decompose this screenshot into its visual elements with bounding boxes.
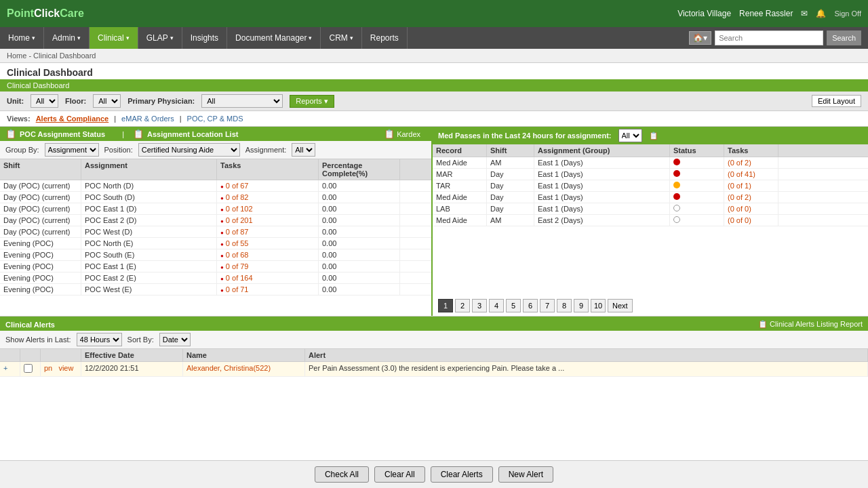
nav-insights[interactable]: Insights: [182, 27, 227, 49]
tasks-link[interactable]: 0 of 164: [226, 274, 253, 282]
page-7-button[interactable]: 7: [540, 299, 555, 312]
poc-row: Day (POC) (current) POC East 1 (D) ●0 of…: [0, 203, 431, 215]
tasks-link[interactable]: 0 of 68: [226, 251, 249, 259]
page-1-button[interactable]: 1: [438, 299, 453, 312]
alert-row: + pn view 12/2/2020 21:51 Alexander, Chr…: [0, 362, 868, 377]
poc-row: Day (POC) (current) POC South (D) ●0 of …: [0, 192, 431, 203]
group-by-select[interactable]: Assignment: [45, 143, 99, 157]
check-all-button[interactable]: Check All: [315, 466, 369, 483]
med-col-tasks: Tasks: [724, 144, 778, 157]
assignment-icon: 📋: [133, 129, 144, 139]
alert-col-expand: [0, 349, 20, 361]
nav-admin[interactable]: Admin▾: [44, 27, 90, 49]
message-icon[interactable]: ✉: [801, 9, 808, 18]
tasks-link[interactable]: 0 of 79: [226, 262, 249, 270]
med-assignment-select[interactable]: All: [618, 129, 642, 142]
alert-checkbox[interactable]: [24, 364, 33, 373]
views-alerts-compliance[interactable]: Alerts & Compliance: [36, 115, 109, 123]
home-icon[interactable]: 🏠▾: [689, 31, 711, 45]
med-row: TAR Day East 1 (Days) (0 of 1): [433, 180, 868, 192]
page-8-button[interactable]: 8: [557, 299, 572, 312]
views-emar-orders[interactable]: eMAR & Orders: [121, 115, 174, 123]
alert-view-link[interactable]: view: [58, 364, 73, 372]
sign-out-link[interactable]: Sign Off: [834, 9, 861, 18]
tasks-link[interactable]: 0 of 102: [226, 205, 253, 213]
user-name[interactable]: Renee Rassler: [739, 9, 793, 18]
page-5-button[interactable]: 5: [506, 299, 521, 312]
med-tasks-link[interactable]: (0 of 2): [728, 159, 751, 167]
tasks-link[interactable]: 0 of 201: [226, 216, 253, 224]
status-indicator: [673, 170, 680, 177]
search-input[interactable]: [715, 30, 823, 45]
med-tasks-link[interactable]: (0 of 41): [728, 170, 755, 178]
show-alerts-select[interactable]: 48 Hours: [77, 333, 122, 346]
floor-select[interactable]: All: [93, 94, 121, 108]
med-passes-panel: Med Passes in the Last 24 hours for assi…: [433, 127, 868, 316]
page-6-button[interactable]: 6: [523, 299, 538, 312]
poc-col-shift: Shift: [0, 159, 81, 180]
kardex-title: Kardex: [397, 130, 420, 138]
tasks-link[interactable]: 0 of 55: [226, 239, 249, 247]
page-4-button[interactable]: 4: [489, 299, 504, 312]
expand-icon[interactable]: +: [3, 364, 7, 372]
edit-layout-button[interactable]: Edit Layout: [812, 95, 861, 107]
clear-alerts-button[interactable]: Clear Alerts: [431, 466, 493, 483]
med-row: LAB Day East 1 (Days) (0 of 0): [433, 203, 868, 215]
nav-docmgr-arrow: ▾: [309, 35, 312, 41]
reports-button[interactable]: Reports ▾: [290, 95, 334, 108]
poc-row: Evening (POC) POC East 2 (E) ●0 of 164 0…: [0, 272, 431, 284]
tasks-link[interactable]: 0 of 71: [226, 285, 249, 293]
upper-panels: 📋 POC Assignment Status | 📋 Assignment L…: [0, 127, 868, 317]
physician-label: Primary Physician:: [127, 97, 195, 105]
views-poc-cp-mds[interactable]: POC, CP & MDS: [187, 115, 243, 123]
new-alert-button[interactable]: New Alert: [498, 466, 553, 483]
position-select[interactable]: Certified Nursing Aide: [138, 143, 240, 157]
tasks-link[interactable]: 0 of 82: [226, 193, 249, 201]
med-col-status: Status: [670, 144, 724, 157]
nav-crm[interactable]: CRM▾: [321, 27, 361, 49]
med-col-assignment: Assignment (Group): [534, 144, 670, 157]
alerts-listing-report[interactable]: 📋 Clinical Alerts Listing Report: [758, 320, 863, 329]
alert-type-pn[interactable]: pn: [44, 364, 52, 372]
tab-breadcrumb: Clinical Dashboard: [0, 79, 868, 92]
med-tasks-link[interactable]: (0 of 0): [728, 216, 751, 224]
page-10-button[interactable]: 10: [591, 299, 606, 312]
nav-document-manager[interactable]: Document Manager▾: [227, 27, 321, 49]
tasks-link[interactable]: 0 of 67: [226, 182, 249, 190]
poc-row: Day (POC) (current) POC West (D) ●0 of 8…: [0, 226, 431, 238]
clear-all-button[interactable]: Clear All: [374, 466, 425, 483]
poc-title: POC Assignment Status: [20, 130, 105, 138]
nav-home-arrow: ▾: [32, 35, 35, 41]
poc-col-tasks: Tasks: [217, 159, 319, 180]
floor-label: Floor:: [65, 97, 86, 105]
bell-icon[interactable]: 🔔: [816, 9, 826, 18]
nav-glap[interactable]: GLAP▾: [138, 27, 182, 49]
breadcrumb: Home - Clinical Dashboard: [0, 49, 868, 63]
page-9-button[interactable]: 9: [574, 299, 589, 312]
page-2-button[interactable]: 2: [455, 299, 470, 312]
sort-by-label: Sort By:: [127, 336, 154, 344]
med-tasks-link[interactable]: (0 of 2): [728, 193, 751, 201]
page-3-button[interactable]: 3: [472, 299, 487, 312]
group-by-label: Group By:: [5, 146, 39, 154]
med-passes-copy-icon[interactable]: 📋: [649, 131, 658, 140]
alerts-title: Clinical Alerts: [5, 321, 55, 329]
nav-reports[interactable]: Reports: [362, 27, 408, 49]
assignment-select[interactable]: All: [292, 143, 315, 157]
poc-row: Day (POC) (current) POC North (D) ●0 of …: [0, 180, 431, 192]
med-tasks-link[interactable]: (0 of 1): [728, 182, 751, 190]
med-col-record: Record: [433, 144, 487, 157]
nav-home[interactable]: Home▾: [0, 27, 44, 49]
search-button[interactable]: Search: [827, 30, 861, 45]
nav-clinical[interactable]: Clinical▾: [90, 27, 138, 49]
tasks-link[interactable]: 0 of 87: [226, 228, 249, 236]
position-label: Position:: [104, 146, 133, 154]
physician-select[interactable]: All: [201, 94, 283, 108]
med-tasks-link[interactable]: (0 of 0): [728, 205, 751, 213]
alert-name-link[interactable]: Alexander, Christina(522): [186, 364, 271, 372]
facility-name[interactable]: Victoria Village: [677, 9, 731, 18]
sort-by-select[interactable]: Date: [159, 333, 191, 346]
med-row: Med Aide AM East 2 (Days) (0 of 0): [433, 215, 868, 226]
page-next-button[interactable]: Next: [608, 299, 633, 312]
unit-select[interactable]: All: [31, 94, 58, 108]
